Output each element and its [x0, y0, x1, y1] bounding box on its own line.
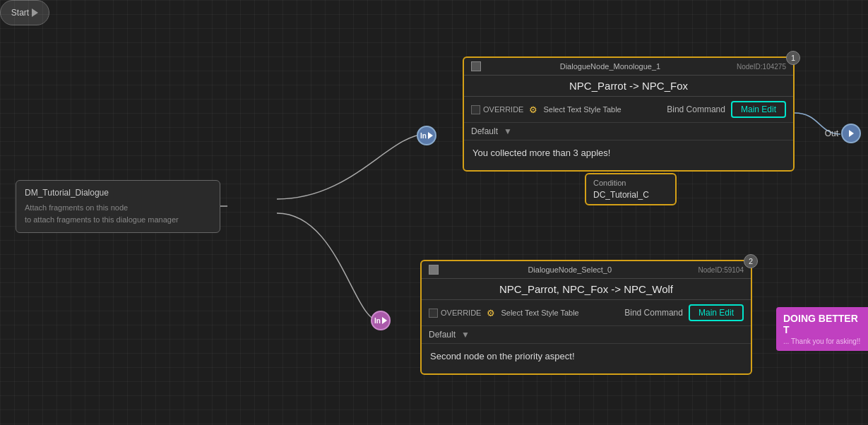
node2-override: OVERRIDE: [429, 309, 481, 318]
node1-default-dropdown[interactable]: Default ▼: [464, 123, 793, 140]
in-connector-bottom[interactable]: In: [371, 311, 391, 330]
node2-default-label: Default: [429, 330, 456, 340]
in-connector-top[interactable]: In: [417, 126, 436, 145]
node2-id: NodeID:59104: [698, 266, 744, 274]
condition-value: DC_Tutorial_C: [593, 190, 668, 200]
node1-override-checkbox[interactable]: [471, 105, 480, 114]
doing-better-panel: DOING BETTER T ... Thank you for asking!…: [776, 307, 868, 351]
node2-style-label: Select Text Style Table: [501, 309, 578, 317]
doing-better-title: DOING BETTER T: [783, 313, 861, 335]
node1-default-label: Default: [471, 126, 498, 136]
node1-content: You collected more than 3 apples!: [464, 140, 793, 170]
node1-main-title: NPC_Parrot -> NPC_Fox: [464, 76, 793, 97]
node2-header: DialogueNode_Select_0 NodeID:59104: [422, 261, 751, 279]
node1-bind-command: Bind Command: [667, 104, 725, 114]
out-connector[interactable]: Out: [825, 124, 861, 143]
node2-style-icon: ⚙: [487, 308, 495, 318]
out-arrow-icon: [849, 130, 854, 137]
node1-dropdown-arrow: ▼: [504, 126, 512, 136]
node2-controls: OVERRIDE ⚙ Select Text Style Table Bind …: [422, 300, 751, 326]
dm-tutorial-node: DM_Tutorial_Dialogue Attach fragments on…: [16, 180, 220, 233]
node1-color-box: [471, 61, 481, 71]
in-label-bottom: In: [374, 317, 381, 325]
node2-header-title: DialogueNode_Select_0: [528, 265, 612, 274]
node1-style-icon: ⚙: [529, 104, 537, 115]
node1-style-label: Select Text Style Table: [543, 105, 621, 114]
node2-bind-command: Bind Command: [624, 308, 683, 318]
node2-color-box: [429, 265, 439, 275]
condition-title: Condition: [593, 179, 668, 187]
node2-override-checkbox[interactable]: [429, 309, 438, 318]
dialogue-node-2: 2 DialogueNode_Select_0 NodeID:59104 NPC…: [420, 260, 752, 375]
node1-header: DialogueNode_Monologue_1 NodeID:104275: [464, 58, 793, 76]
node1-header-title: DialogueNode_Monologue_1: [560, 62, 661, 71]
node2-content: Second node on the priority aspect!: [422, 344, 751, 373]
dialogue-node-1: 1 DialogueNode_Monologue_1 NodeID:104275…: [463, 56, 795, 172]
in-label-top: In: [420, 132, 427, 140]
node2-main-edit-button[interactable]: Main Edit: [689, 304, 744, 321]
node1-main-edit-button[interactable]: Main Edit: [731, 101, 786, 118]
node-badge-1: 1: [786, 51, 800, 65]
doing-better-subtitle: ... Thank you for asking!!: [783, 337, 861, 345]
node1-override: OVERRIDE: [471, 105, 523, 114]
node2-default-dropdown[interactable]: Default ▼: [422, 326, 751, 344]
condition-node: Condition DC_Tutorial_C: [585, 173, 677, 205]
dm-node-title: DM_Tutorial_Dialogue: [25, 188, 211, 198]
out-label: Out: [825, 128, 838, 138]
node1-id: NodeID:104275: [737, 63, 786, 71]
node-badge-2: 2: [744, 254, 758, 268]
dm-node-desc: Attach fragments on this node to attach …: [25, 202, 211, 225]
out-arrow-connector[interactable]: [841, 124, 861, 143]
node1-controls: OVERRIDE ⚙ Select Text Style Table Bind …: [464, 97, 793, 123]
node2-main-title: NPC_Parrot, NPC_Fox -> NPC_Wolf: [422, 279, 751, 300]
node2-dropdown-arrow: ▼: [461, 330, 470, 340]
